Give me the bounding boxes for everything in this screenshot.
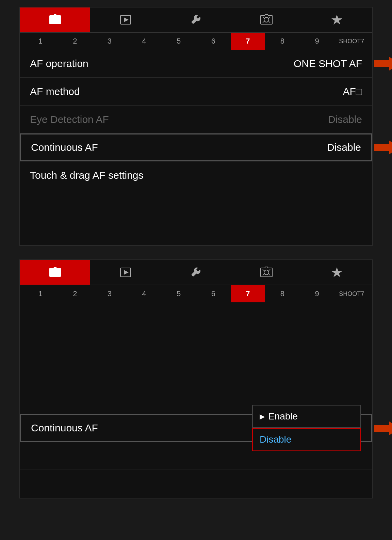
empty-row-p2-3 xyxy=(20,358,372,386)
tab-3[interactable]: 3 xyxy=(92,33,127,50)
svg-marker-12 xyxy=(374,141,392,154)
af-operation-row[interactable]: AF operation ONE SHOT AF xyxy=(20,50,372,78)
svg-line-19 xyxy=(263,269,264,271)
empty-row-p2-6 xyxy=(20,470,372,498)
tab-9[interactable]: 9 xyxy=(300,33,334,50)
svg-marker-23 xyxy=(331,267,342,277)
touch-drag-af-label: Touch & drag AF settings xyxy=(30,170,144,181)
svg-line-22 xyxy=(263,274,264,275)
touch-drag-af-row[interactable]: Touch & drag AF settings xyxy=(20,161,372,189)
tab2-3[interactable]: 3 xyxy=(92,285,127,302)
continuous-af-dropdown-label: Continuous AF xyxy=(31,422,98,434)
af-operation-value: ONE SHOT AF xyxy=(294,58,362,69)
continuous-af-value: Disable xyxy=(327,142,361,153)
tab-8[interactable]: 8 xyxy=(265,33,300,50)
tab-wrench-icon[interactable] xyxy=(161,7,231,32)
tab2-wrench-icon[interactable] xyxy=(161,260,231,285)
tab2-4[interactable]: 4 xyxy=(127,285,162,302)
triangle-icon: ▶ xyxy=(260,412,265,420)
tab-1[interactable]: 1 xyxy=(23,33,58,50)
tab2-2[interactable]: 2 xyxy=(58,285,93,302)
af-method-value: AF□ xyxy=(343,86,362,97)
svg-line-9 xyxy=(263,21,264,23)
svg-marker-11 xyxy=(374,57,392,70)
tab-6[interactable]: 6 xyxy=(196,33,231,50)
header-tabs-2 xyxy=(20,260,372,285)
tab2-6[interactable]: 6 xyxy=(196,285,231,302)
tab2-5[interactable]: 5 xyxy=(161,285,196,302)
tab2-star-icon[interactable] xyxy=(302,260,372,285)
tab2-camera-settings-icon[interactable] xyxy=(231,260,302,285)
dropdown-options: ▶ Enable Disable xyxy=(252,405,361,451)
svg-marker-4 xyxy=(124,17,129,22)
tab-2[interactable]: 2 xyxy=(58,33,93,50)
tab-play-icon[interactable] xyxy=(90,7,161,32)
tab2-7[interactable]: 7 xyxy=(231,285,265,302)
continuous-af-dropdown-header[interactable]: Continuous AF ▶ Enable Disable xyxy=(20,414,372,442)
empty-row-p2-1 xyxy=(20,302,372,330)
tab-star-icon[interactable] xyxy=(302,7,372,32)
arrow-annotation-1 xyxy=(374,57,392,70)
tab-7[interactable]: 7 xyxy=(231,33,265,50)
tab-4[interactable]: 4 xyxy=(127,33,162,50)
tab2-8[interactable]: 8 xyxy=(265,285,300,302)
continuous-af-dropdown-container: Continuous AF ▶ Enable Disable xyxy=(20,414,372,442)
svg-point-14 xyxy=(54,271,56,273)
number-tabs-2: 1 2 3 4 5 6 7 8 9 SHOOT7 xyxy=(20,285,372,302)
tab2-shoot7[interactable]: SHOOT7 xyxy=(334,285,369,302)
option-disable-label: Disable xyxy=(260,434,291,445)
eye-detection-row: Eye Detection AF Disable xyxy=(20,106,372,133)
svg-point-1 xyxy=(54,19,56,21)
number-tabs: 1 2 3 4 5 6 7 8 9 SHOOT7 xyxy=(20,32,372,50)
tab2-9[interactable]: 9 xyxy=(300,285,334,302)
svg-line-6 xyxy=(263,17,264,18)
header-tabs xyxy=(20,7,372,32)
tab2-1[interactable]: 1 xyxy=(23,285,58,302)
af-method-row[interactable]: AF method AF□ xyxy=(20,78,372,106)
svg-marker-10 xyxy=(331,15,342,25)
eye-detection-label: Eye Detection AF xyxy=(30,114,109,125)
continuous-af-label: Continuous AF xyxy=(31,142,98,153)
continuous-af-row[interactable]: Continuous AF Disable xyxy=(20,133,372,161)
tab2-camera-icon[interactable] xyxy=(20,260,90,285)
svg-line-8 xyxy=(269,21,270,23)
option-enable[interactable]: ▶ Enable xyxy=(252,405,361,428)
af-operation-label: AF operation xyxy=(30,58,88,69)
svg-marker-17 xyxy=(124,270,129,275)
empty-row-2 xyxy=(20,217,372,245)
svg-point-5 xyxy=(264,17,269,22)
tab-shoot7[interactable]: SHOOT7 xyxy=(334,33,369,50)
svg-point-18 xyxy=(264,270,269,275)
tab-5[interactable]: 5 xyxy=(161,33,196,50)
svg-line-20 xyxy=(269,269,270,271)
tab-camera-icon[interactable] xyxy=(20,7,90,32)
arrow-annotation-2 xyxy=(374,141,392,154)
option-enable-label: Enable xyxy=(268,411,298,422)
tab2-play-icon[interactable] xyxy=(90,260,161,285)
af-method-label: AF method xyxy=(30,86,80,97)
svg-line-7 xyxy=(269,17,270,18)
svg-line-21 xyxy=(269,274,270,275)
tab-camera-settings-icon[interactable] xyxy=(231,7,302,32)
svg-marker-24 xyxy=(374,422,392,435)
eye-detection-value: Disable xyxy=(328,114,362,125)
arrow-annotation-3 xyxy=(374,422,392,435)
empty-row-p2-2 xyxy=(20,330,372,358)
option-disable[interactable]: Disable xyxy=(252,428,361,451)
empty-row-1 xyxy=(20,189,372,217)
